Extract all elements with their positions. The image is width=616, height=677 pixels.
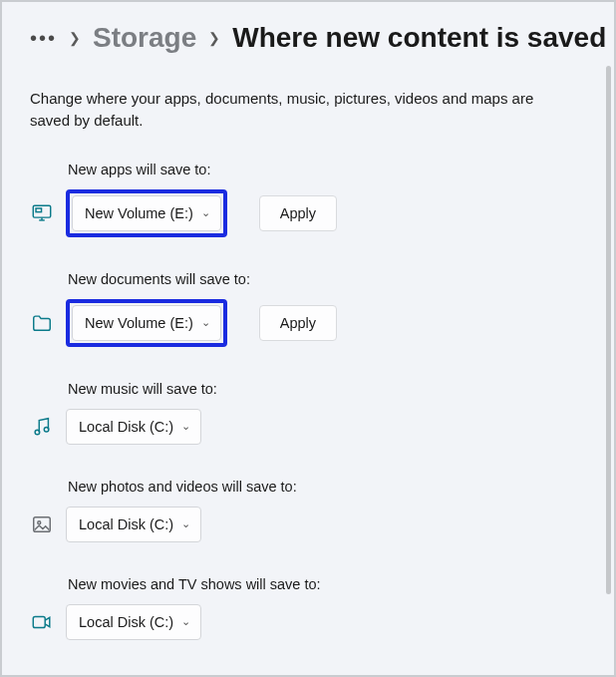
svg-point-5: [44, 427, 49, 432]
select-highlight: New Volume (E:) ⌄: [66, 299, 227, 347]
setting-label: Change where you store your offline maps: [68, 674, 586, 678]
svg-rect-1: [36, 207, 42, 211]
chevron-down-icon: ⌄: [201, 206, 210, 219]
page-title: Where new content is saved: [232, 22, 606, 54]
chevron-down-icon: ⌄: [201, 316, 210, 329]
setting-label: New music will save to:: [68, 381, 586, 397]
chevron-right-icon: ❯: [69, 30, 81, 46]
chevron-down-icon: ⌄: [181, 517, 190, 530]
apps-drive-select[interactable]: New Volume (E:) ⌄: [72, 195, 221, 231]
chevron-down-icon: ⌄: [181, 420, 190, 433]
monitor-icon: [30, 201, 54, 225]
video-icon: [30, 610, 54, 634]
photos-drive-select[interactable]: Local Disk (C:) ⌄: [66, 507, 201, 542]
setting-label: New documents will save to:: [68, 271, 586, 287]
folder-icon: [30, 311, 54, 335]
setting-maps: Change where you store your offline maps…: [30, 674, 586, 678]
svg-rect-8: [33, 616, 45, 627]
select-value: Local Disk (C:): [79, 419, 173, 435]
breadcrumb-parent[interactable]: Storage: [93, 22, 196, 54]
movies-drive-select[interactable]: Local Disk (C:) ⌄: [66, 604, 201, 640]
photo-icon: [30, 512, 54, 536]
chevron-down-icon: ⌄: [181, 615, 190, 628]
scrollbar[interactable]: [606, 66, 611, 594]
setting-label: New movies and TV shows will save to:: [68, 576, 586, 592]
breadcrumb: ••• ❯ Storage ❯ Where new content is sav…: [30, 22, 586, 54]
svg-point-7: [38, 520, 41, 523]
select-value: New Volume (E:): [85, 205, 193, 221]
documents-drive-select[interactable]: New Volume (E:) ⌄: [72, 305, 221, 341]
select-value: Local Disk (C:): [79, 614, 173, 630]
select-value: Local Disk (C:): [79, 516, 173, 532]
apply-button-documents[interactable]: Apply: [259, 305, 337, 341]
setting-movies: New movies and TV shows will save to: Lo…: [30, 576, 586, 640]
page-description: Change where your apps, documents, music…: [30, 88, 548, 132]
svg-rect-6: [34, 516, 51, 531]
music-icon: [30, 415, 54, 439]
setting-music: New music will save to: Local Disk (C:) …: [30, 381, 586, 445]
setting-label: New apps will save to:: [68, 162, 586, 177]
setting-documents: New documents will save to: New Volume (…: [30, 271, 586, 347]
setting-photos: New photos and videos will save to: Loca…: [30, 479, 586, 542]
chevron-right-icon: ❯: [208, 30, 220, 46]
setting-label: New photos and videos will save to:: [68, 479, 586, 495]
setting-apps: New apps will save to: New Volume (E:) ⌄…: [30, 162, 586, 237]
svg-point-4: [35, 430, 40, 435]
apply-button-apps[interactable]: Apply: [259, 195, 337, 231]
breadcrumb-more-icon[interactable]: •••: [30, 28, 57, 48]
music-drive-select[interactable]: Local Disk (C:) ⌄: [66, 409, 201, 445]
select-highlight: New Volume (E:) ⌄: [66, 189, 227, 237]
select-value: New Volume (E:): [85, 315, 193, 331]
